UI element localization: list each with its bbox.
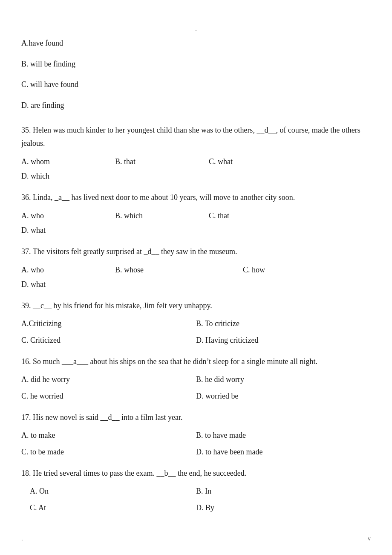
q39-option-a: A.Criticizing [21, 316, 196, 331]
question-39-text: 39. __c__ by his friend for his mistake,… [21, 299, 371, 312]
option-c-will-have-found: C. will have found [21, 78, 371, 91]
q17-option-b: B. to have made [196, 428, 371, 442]
question-18: 18. He tried several times to pass the e… [21, 467, 371, 515]
q17-option-d: D. to have been made [196, 445, 371, 459]
q35-option-a: A. whom [21, 154, 98, 169]
q35-option-d: D. which [21, 169, 98, 183]
option-b-will-be-finding: B. will be finding [21, 58, 371, 71]
page-dot-top: . [21, 26, 371, 32]
question-36-text: 36. Linda, _a__ has lived next door to m… [21, 191, 371, 204]
q35-option-c: C. what [209, 154, 285, 169]
question-37-text: 37. The visitors felt greatly surprised … [21, 245, 371, 258]
q16-option-c: C. he worried [21, 389, 196, 403]
footer-left: . [21, 535, 23, 542]
q17-option-a: A. to make [21, 428, 196, 442]
option-b-will-be-finding-text: B. will be finding [21, 58, 371, 71]
question-18-text: 18. He tried several times to pass the e… [21, 467, 371, 480]
q18-option-b: B. In [196, 484, 371, 498]
question-16-options: A. did he worry B. he did worry C. he wo… [21, 372, 371, 403]
option-d-are-finding: D. are finding [21, 99, 371, 112]
q37-option-b: B. whose [115, 263, 226, 277]
q18-option-c: C. At [21, 500, 196, 515]
question-16: 16. So much ___a___ about his ships on t… [21, 355, 371, 403]
question-18-options: A. On B. In C. At D. By [21, 484, 371, 515]
q37-option-a: A. who [21, 263, 98, 277]
q18-option-d: D. By [196, 500, 371, 515]
q16-option-a: A. did he worry [21, 372, 196, 387]
q37-option-d: D. what [21, 277, 98, 292]
question-37: 37. The visitors felt greatly surprised … [21, 245, 371, 292]
option-a-have-found: A.have found [21, 37, 371, 50]
question-17: 17. His new novel is said __d__ into a f… [21, 411, 371, 459]
question-39: 39. __c__ by his friend for his mistake,… [21, 299, 371, 347]
q36-option-b: B. which [115, 208, 192, 223]
q18-option-a: A. On [21, 484, 196, 498]
q39-option-b: B. To criticize [196, 316, 371, 331]
q16-option-d: D. worried be [196, 389, 371, 403]
q36-option-c: C. that [209, 208, 285, 223]
question-36: 36. Linda, _a__ has lived next door to m… [21, 191, 371, 237]
q36-option-d: D. what [21, 223, 98, 237]
question-35: 35. Helen was much kinder to her younges… [21, 124, 371, 183]
q36-option-a: A. who [21, 208, 98, 223]
question-16-text: 16. So much ___a___ about his ships on t… [21, 355, 371, 368]
question-17-text: 17. His new novel is said __d__ into a f… [21, 411, 371, 424]
footer-right: v [368, 535, 371, 542]
q37-option-c: C. how [243, 263, 320, 277]
question-35-options: A. whom B. that C. what D. which [21, 154, 371, 183]
q16-option-b: B. he did worry [196, 372, 371, 387]
option-d-are-finding-text: D. are finding [21, 99, 371, 112]
question-35-text: 35. Helen was much kinder to her younges… [21, 124, 371, 150]
q35-option-b: B. that [115, 154, 192, 169]
q17-option-c: C. to be made [21, 445, 196, 459]
option-c-will-have-found-text: C. will have found [21, 78, 371, 91]
q39-option-d: D. Having criticized [196, 333, 371, 347]
question-37-options: A. who B. whose C. how D. what [21, 263, 371, 292]
page-footer: . v [0, 535, 392, 542]
question-39-options: A.Criticizing B. To criticize C. Critici… [21, 316, 371, 347]
question-36-options: A. who B. which C. that D. what [21, 208, 371, 237]
question-17-options: A. to make B. to have made C. to be made… [21, 428, 371, 459]
q39-option-c: C. Criticized [21, 333, 196, 347]
option-a-have-found-text: A.have found [21, 37, 371, 50]
